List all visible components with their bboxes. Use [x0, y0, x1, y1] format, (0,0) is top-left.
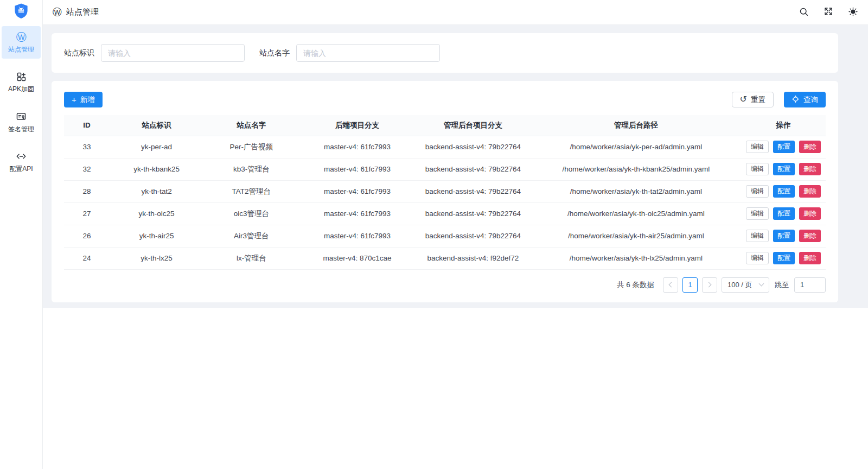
add-button-label: 新增 [80, 95, 95, 105]
prev-page-button[interactable] [663, 277, 678, 293]
edit-button[interactable]: 编辑 [746, 207, 769, 220]
cell-backend-branch: master-v4: 61fc7993 [299, 202, 415, 225]
row-actions: 编辑 配置 删除 [741, 159, 826, 180]
column-header-admin-path: 管理后台路径 [531, 115, 742, 136]
row-actions: 编辑 配置 删除 [741, 203, 826, 225]
components-add-icon [16, 72, 27, 82]
search-icon [799, 7, 809, 18]
sidebar-item-label: 站点管理 [8, 46, 34, 53]
cell-admin-branch: backend-assist-v4: 79b22764 [415, 225, 531, 247]
config-button[interactable]: 配置 [773, 185, 795, 198]
add-button[interactable]: + 新增 [64, 92, 103, 107]
chevron-left-icon [669, 282, 674, 288]
sidebar-nav: Ⓦ 站点管理 APK加固 [0, 26, 42, 178]
column-header-id: ID [64, 115, 110, 136]
edit-button[interactable]: 编辑 [746, 252, 769, 264]
table-row: 33 yk-per-ad Per-广告视频 master-v4: 61fc799… [64, 136, 826, 158]
table-row: 24 yk-th-lx25 lx-管理台 master-v4: 870c1cae… [64, 247, 826, 269]
cell-backend-branch: master-v4: 61fc7993 [299, 225, 415, 247]
delete-button[interactable]: 删除 [799, 163, 821, 175]
filter-site-name: 站点名字 [259, 44, 440, 62]
table-toolbar: + 新增 ↺ 重置 查询 [52, 92, 838, 115]
edit-button[interactable]: 编辑 [746, 163, 769, 175]
cell-id: 26 [64, 225, 110, 247]
config-button[interactable]: 配置 [773, 141, 795, 153]
table-row: 27 yk-th-oic25 oic3管理台 master-v4: 61fc79… [64, 202, 826, 225]
column-header-site-name: 站点名字 [203, 115, 299, 136]
cell-site-name: Air3管理台 [203, 225, 299, 247]
topbar-actions [799, 7, 858, 18]
cell-admin-path: /home/worker/asia/yk-th-oic25/admin.yaml [531, 202, 742, 225]
next-page-button[interactable] [702, 277, 717, 293]
app-logo[interactable] [0, 0, 42, 25]
reset-button[interactable]: ↺ 重置 [732, 92, 774, 107]
sidebar-item-site-management[interactable]: Ⓦ 站点管理 [2, 26, 41, 59]
page-title-text: 站点管理 [66, 7, 99, 17]
config-button[interactable]: 配置 [773, 163, 795, 175]
table-body: 33 yk-per-ad Per-广告视频 master-v4: 61fc799… [64, 136, 826, 269]
column-header-actions: 操作 [741, 115, 826, 136]
theme-toggle-button[interactable] [848, 7, 858, 18]
delete-button[interactable]: 删除 [799, 185, 821, 198]
cell-backend-branch: master-v4: 61fc7993 [299, 136, 415, 158]
cell-admin-branch: backend-assist-v4: 79b22764 [415, 136, 531, 158]
row-actions: 编辑 配置 删除 [741, 136, 826, 158]
cell-admin-path: /home/worker/asia/yk-th-kbank25/admin.ya… [531, 158, 742, 180]
delete-button[interactable]: 删除 [799, 207, 821, 220]
sidebar-item-signature-management[interactable]: 签名管理 [2, 105, 41, 138]
signature-card-icon [16, 111, 27, 122]
toolbar-right: ↺ 重置 查询 [732, 92, 826, 107]
config-button[interactable]: 配置 [773, 252, 795, 264]
row-actions: 编辑 配置 删除 [741, 181, 826, 202]
cell-backend-branch: master-v4: 61fc7993 [299, 180, 415, 202]
delete-button[interactable]: 删除 [799, 141, 821, 153]
page-size-select[interactable]: 100 / 页 [722, 277, 769, 293]
site-name-label: 站点名字 [259, 48, 290, 58]
cell-site-key: yk-th-lx25 [110, 247, 203, 269]
cell-site-key: yk-per-ad [110, 136, 203, 158]
cell-admin-path: /home/worker/asia/yk-th-lx25/admin.yaml [531, 247, 742, 269]
edit-button[interactable]: 编辑 [746, 141, 769, 153]
cell-site-name: kb3-管理台 [203, 158, 299, 180]
table-row: 28 yk-th-tat2 TAT2管理台 master-v4: 61fc799… [64, 180, 826, 202]
delete-button[interactable]: 删除 [799, 230, 821, 242]
cell-site-name: lx-管理台 [203, 247, 299, 269]
page-size-value: 100 / 页 [727, 280, 752, 290]
sidebar-item-apk-hardening[interactable]: APK加固 [2, 66, 41, 98]
table-row: 26 yk-th-air25 Air3管理台 master-v4: 61fc79… [64, 225, 826, 247]
site-key-input[interactable] [101, 44, 245, 62]
cell-admin-path: /home/worker/asia/yk-th-tat2/admin.yaml [531, 180, 742, 202]
page-title: Ⓦ 站点管理 [53, 7, 99, 17]
sun-icon [848, 7, 858, 18]
sidebar-item-config-api[interactable]: 配置API [2, 145, 41, 178]
site-key-label: 站点标识 [64, 48, 94, 58]
cell-id: 27 [64, 202, 110, 225]
reset-icon: ↺ [740, 95, 747, 104]
config-button[interactable]: 配置 [773, 207, 795, 220]
delete-button[interactable]: 删除 [799, 252, 821, 264]
shield-android-logo-icon [12, 2, 30, 23]
row-actions: 编辑 配置 删除 [741, 225, 826, 247]
site-name-input[interactable] [296, 44, 440, 62]
jump-page-input[interactable] [794, 277, 826, 293]
cell-admin-path: /home/worker/asia/yk-per-ad/admin.yaml [531, 136, 742, 158]
sidebar-item-label: APK加固 [8, 86, 34, 92]
cell-site-key: yk-th-tat2 [110, 180, 203, 202]
cell-site-key: yk-th-kbank25 [110, 158, 203, 180]
table-header-row: ID 站点标识 站点名字 后端项目分支 管理后台项目分支 管理后台路径 操作 [64, 115, 826, 136]
pagination: 共 6 条数据 1 100 / 页 跳至 [64, 277, 826, 293]
cell-site-name: oic3管理台 [203, 202, 299, 225]
sidebar: Ⓦ 站点管理 APK加固 [0, 0, 43, 469]
edit-button[interactable]: 编辑 [746, 230, 769, 242]
cell-id: 28 [64, 180, 110, 202]
config-button[interactable]: 配置 [773, 230, 795, 242]
current-page-button[interactable]: 1 [682, 277, 698, 293]
search-button[interactable] [799, 7, 809, 18]
wordpress-icon: Ⓦ [16, 32, 27, 42]
fullscreen-button[interactable] [824, 7, 833, 18]
filter-card: 站点标识 站点名字 [52, 33, 838, 73]
edit-button[interactable]: 编辑 [746, 185, 769, 198]
topbar: Ⓦ 站点管理 [43, 0, 868, 25]
cell-admin-path: /home/worker/asia/yk-th-air25/admin.yaml [531, 225, 742, 247]
query-button[interactable]: 查询 [784, 92, 826, 107]
